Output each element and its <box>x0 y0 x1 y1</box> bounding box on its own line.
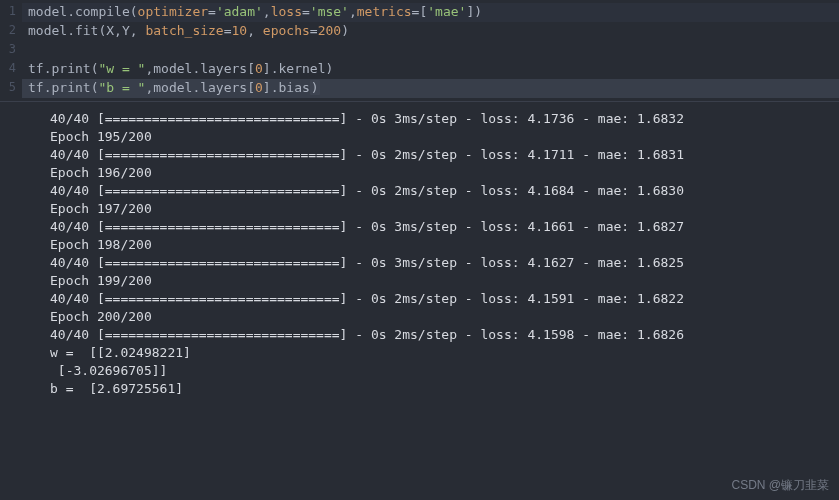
output-line: Epoch 200/200 <box>50 308 839 326</box>
code-token: epochs <box>263 23 310 38</box>
code-token: model <box>153 80 192 95</box>
code-token: model <box>28 4 67 19</box>
code-token: . <box>67 4 75 19</box>
code-token: batch_size <box>145 23 223 38</box>
code-token: , <box>263 4 271 19</box>
output-line: 40/40 [==============================] -… <box>50 182 839 200</box>
code-token: optimizer <box>138 4 208 19</box>
code-token: tf <box>28 80 44 95</box>
output-line: w = [[2.02498221] <box>50 344 839 362</box>
output-line: 40/40 [==============================] -… <box>50 110 839 128</box>
code-token: model <box>153 61 192 76</box>
code-token: loss <box>271 4 302 19</box>
code-token: ] <box>263 80 271 95</box>
output-line: 40/40 [==============================] -… <box>50 326 839 344</box>
output-line: [-3.02696705]] <box>50 362 839 380</box>
code-token: , <box>130 23 146 38</box>
code-token: ]) <box>466 4 482 19</box>
code-token: , <box>349 4 357 19</box>
code-token: model <box>28 23 67 38</box>
code-token: ) <box>310 80 320 95</box>
console-output: 40/40 [==============================] -… <box>0 102 839 398</box>
code-token: = <box>302 4 310 19</box>
code-token: . <box>271 61 279 76</box>
code-token: 'adam' <box>216 4 263 19</box>
code-token: tf <box>28 61 44 76</box>
code-line[interactable]: model.fit(X,Y, batch_size=10, epochs=200… <box>22 22 839 41</box>
code-token: = <box>224 23 232 38</box>
code-token: . <box>271 80 279 95</box>
code-token: bias <box>279 80 310 95</box>
output-line: Epoch 198/200 <box>50 236 839 254</box>
line-number: 2 <box>2 22 16 41</box>
code-token: = <box>310 23 318 38</box>
code-token: X <box>106 23 114 38</box>
output-line: Epoch 196/200 <box>50 164 839 182</box>
code-token: ) <box>325 61 333 76</box>
code-token: "b = " <box>98 80 145 95</box>
code-line[interactable]: model.compile(optimizer='adam',loss='mse… <box>22 3 839 22</box>
code-token: kernel <box>279 61 326 76</box>
code-token: layers <box>200 80 247 95</box>
code-token: 200 <box>318 23 341 38</box>
code-token: fit <box>75 23 98 38</box>
line-number: 5 <box>2 79 16 98</box>
output-line: Epoch 199/200 <box>50 272 839 290</box>
code-line[interactable]: tf.print("w = ",model.layers[0].kernel) <box>22 60 839 79</box>
code-area[interactable]: model.compile(optimizer='adam',loss='mse… <box>22 0 839 101</box>
code-token: ( <box>130 4 138 19</box>
code-token: ] <box>263 61 271 76</box>
output-line: 40/40 [==============================] -… <box>50 146 839 164</box>
code-token: ) <box>341 23 349 38</box>
code-line[interactable] <box>22 41 839 60</box>
code-token: 'mae' <box>427 4 466 19</box>
output-line: b = [2.69725561] <box>50 380 839 398</box>
line-number-gutter: 12345 <box>0 0 22 101</box>
code-token: metrics <box>357 4 412 19</box>
code-token: = <box>208 4 216 19</box>
line-number: 3 <box>2 41 16 60</box>
watermark-text: CSDN @镰刀韭菜 <box>731 477 829 494</box>
output-line: Epoch 195/200 <box>50 128 839 146</box>
code-token: [ <box>247 61 255 76</box>
output-line: 40/40 [==============================] -… <box>50 290 839 308</box>
code-token: compile <box>75 4 130 19</box>
code-token: . <box>67 23 75 38</box>
output-line: Epoch 197/200 <box>50 200 839 218</box>
code-token: [ <box>247 80 255 95</box>
code-token: layers <box>200 61 247 76</box>
code-token: =[ <box>412 4 428 19</box>
code-line[interactable]: tf.print("b = ",model.layers[0].bias) <box>22 79 839 98</box>
code-token: 0 <box>255 61 263 76</box>
code-token: 0 <box>255 80 263 95</box>
code-token: , <box>247 23 263 38</box>
code-editor[interactable]: 12345 model.compile(optimizer='adam',los… <box>0 0 839 102</box>
code-token: "w = " <box>98 61 145 76</box>
line-number: 4 <box>2 60 16 79</box>
code-token: print <box>51 80 90 95</box>
code-token: 'mse' <box>310 4 349 19</box>
code-token: Y <box>122 23 130 38</box>
output-line: 40/40 [==============================] -… <box>50 218 839 236</box>
code-token: print <box>51 61 90 76</box>
line-number: 1 <box>2 3 16 22</box>
code-token: , <box>114 23 122 38</box>
output-line: 40/40 [==============================] -… <box>50 254 839 272</box>
code-token: 10 <box>232 23 248 38</box>
